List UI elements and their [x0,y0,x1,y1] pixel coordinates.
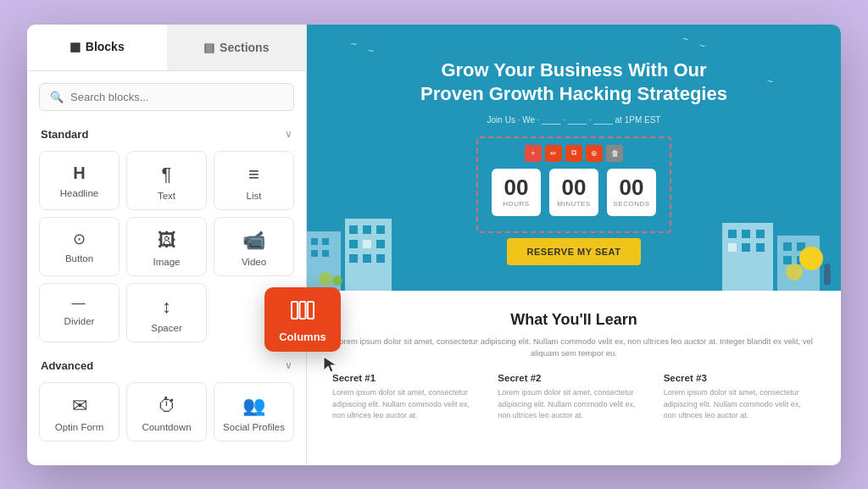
search-input[interactable] [70,91,283,103]
countdown-hours-label: HOURS [503,200,529,208]
countdown-wrapper: 00 HOURS 00 MINUTES 00 SECONDS [492,169,656,216]
svg-rect-2 [322,238,329,245]
columns-float-block[interactable]: Columns [264,287,341,352]
learn-section: What You'll Learn Lorem ipsum dolor sit … [307,291,841,439]
countdown-minutes: 00 [562,176,587,198]
standard-section-header: Standard ∨ [27,119,306,146]
secret-3-text: Lorem ipsum dolor sit amet, consectetur … [664,387,815,422]
secret-2-text: Lorem ipsum dolor sit amet, consectetur … [498,387,649,422]
countdown-minutes-box: 00 MINUTES [549,169,598,216]
bird-decoration-3: ~ [682,33,688,45]
blocks-tab-icon: ▦ [70,40,81,53]
standard-chevron-icon[interactable]: ∨ [285,128,292,140]
video-icon: 📹 [242,230,265,252]
reserve-button[interactable]: RESERVE MY SEAT [507,238,642,265]
secret-item-3: Secret #3 Lorem ipsum dolor sit amet, co… [664,373,815,422]
optin-form-label: Optin Form [55,422,104,432]
tab-sections[interactable]: ▤ Sections [167,25,307,70]
svg-point-30 [786,264,803,281]
hero-subtitle: Join Us · We · ____ · ____ · ____ at 1PM… [332,115,815,125]
columns-float-icon [291,299,314,325]
list-icon: ≡ [248,164,259,186]
social-profiles-label: Social Profiles [223,422,285,432]
tab-blocks[interactable]: ▦ Blocks [27,25,167,70]
countdown-seconds-box: 00 SECONDS [607,169,656,216]
countdown-selection-box: + ✏ ⧉ ⊕ 🗑 00 HOURS [476,136,671,233]
block-spacer[interactable]: ↕ Spacer [126,283,207,342]
countdown-center: + ✏ ⧉ ⊕ 🗑 00 HOURS [332,136,815,265]
spacer-icon: ↕ [162,296,171,318]
block-optin-form[interactable]: ✉ Optin Form [39,382,120,442]
advanced-chevron-icon[interactable]: ∨ [285,359,292,371]
bird-decoration-2: ~ [368,45,374,57]
search-box: 🔍 [39,83,294,111]
svg-rect-4 [322,250,329,257]
countdown-minutes-label: MINUTES [557,200,591,208]
advanced-blocks-grid: ✉ Optin Form ⏱ Countdown 👥 Social Profil… [27,377,306,450]
search-icon: 🔍 [50,91,64,103]
toolbar-edit-btn[interactable]: ✏ [545,145,562,162]
spacer-label: Spacer [151,323,181,333]
list-label: List [247,191,262,201]
secret-item-1: Secret #1 Lorem ipsum dolor sit amet, co… [332,373,484,422]
headline-label: Headline [60,188,98,198]
text-icon: ¶ [162,164,172,186]
bird-decoration-1: ~ [351,38,357,50]
countdown-icon: ⏱ [158,395,176,417]
block-list[interactable]: ≡ List [214,151,294,210]
svg-point-32 [824,264,831,270]
block-social-profiles[interactable]: 👥 Social Profiles [214,382,294,442]
toolbar-add-btn[interactable]: + [525,145,542,162]
tabs-bar: ▦ Blocks ▤ Sections [27,25,306,71]
secret-1-title: Secret #1 [332,373,484,383]
svg-rect-1 [311,238,318,245]
block-divider[interactable]: — Divider [39,283,120,342]
columns-float-label: Columns [279,331,326,343]
svg-rect-3 [311,250,318,257]
svg-rect-33 [292,302,298,319]
block-button[interactable]: ⊙ Button [39,217,120,276]
svg-rect-34 [300,302,306,319]
countdown-hours: 00 [504,176,529,198]
button-label: Button [65,253,93,264]
tab-sections-label: Sections [220,41,269,54]
social-profiles-icon: 👥 [242,395,265,417]
advanced-title: Advanced [41,359,93,372]
learn-title: What You'll Learn [332,311,815,329]
toolbar-copy-btn[interactable]: ⧉ [565,145,582,162]
block-image[interactable]: 🖼 Image [126,217,207,276]
block-text[interactable]: ¶ Text [126,151,207,210]
left-panel: ▦ Blocks ▤ Sections 🔍 Standard ∨ H Headl… [27,25,307,465]
bird-decoration-4: ~ [699,40,705,52]
secrets-grid: Secret #1 Lorem ipsum dolor sit amet, co… [332,373,815,422]
block-video[interactable]: 📹 Video [214,217,294,276]
advanced-section-header: Advanced ∨ [27,351,306,377]
standard-title: Standard [41,128,88,141]
block-headline[interactable]: H Headline [39,151,120,210]
optin-form-icon: ✉ [72,395,87,417]
toolbar-move-btn[interactable]: ⊕ [586,145,603,162]
element-toolbar: + ✏ ⧉ ⊕ 🗑 [492,145,656,162]
image-icon: 🖼 [158,230,176,252]
countdown-seconds-label: SECONDS [613,200,649,208]
secret-3-title: Secret #3 [664,373,815,383]
sections-tab-icon: ▤ [203,41,214,54]
svg-point-15 [319,272,332,286]
tab-blocks-label: Blocks [86,40,125,53]
countdown-hours-box: 00 HOURS [492,169,541,216]
divider-icon: — [72,296,87,311]
countdown-seconds: 00 [620,176,644,198]
hero-title: Grow Your Business With OurProven Growth… [332,58,815,107]
secret-1-text: Lorem ipsum dolor sit amet, consectetur … [332,387,484,422]
search-area: 🔍 [27,71,306,119]
headline-icon: H [73,164,85,183]
secret-item-2: Secret #2 Lorem ipsum dolor sit amet, co… [498,373,649,422]
svg-point-16 [332,275,342,286]
video-label: Video [242,257,266,267]
learn-desc: Lorem ipsum dolor sit amet, consectetur … [332,336,815,360]
secret-2-title: Secret #2 [498,373,649,383]
toolbar-delete-btn[interactable]: 🗑 [606,145,623,162]
block-countdown[interactable]: ⏱ Countdown [126,382,207,442]
divider-label: Divider [64,316,95,326]
svg-rect-31 [824,270,831,285]
